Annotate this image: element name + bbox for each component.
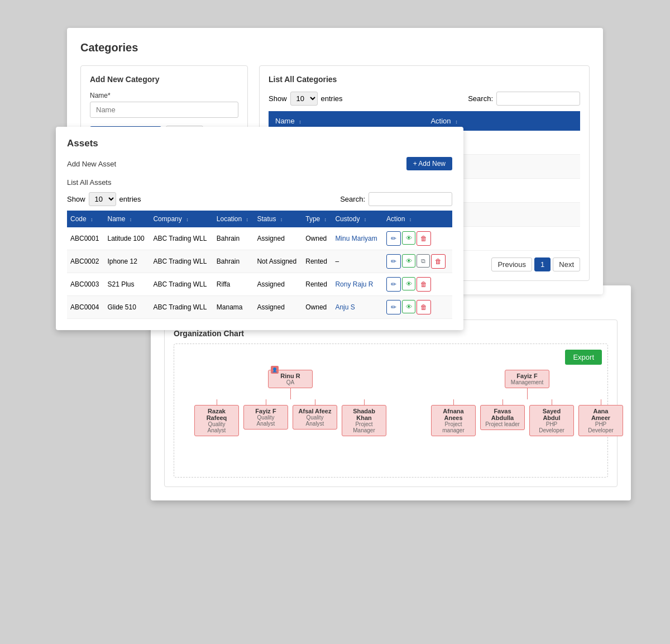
custody-link[interactable]: Minu Mariyam bbox=[335, 235, 377, 242]
node-name: Rinu R bbox=[273, 373, 308, 379]
asset-code: ABC0004 bbox=[67, 296, 104, 319]
asset-name: Iphone 12 bbox=[104, 250, 150, 273]
search-input[interactable] bbox=[496, 92, 580, 106]
asset-name: S21 Plus bbox=[104, 273, 150, 296]
asset-company: ABC Trading WLL bbox=[150, 227, 213, 250]
assets-action-cell: ✏ 👁 🗑 bbox=[386, 277, 449, 292]
assets-action-cell: ✏ 👁 🗑 bbox=[386, 300, 449, 314]
node-role: PHP Developer bbox=[583, 421, 618, 433]
asset-name: Latitude 100 bbox=[104, 227, 150, 250]
assets-card: Assets Add New Asset + Add New List All … bbox=[56, 127, 463, 330]
name-input[interactable] bbox=[90, 102, 238, 118]
assets-table: Code ↕ Name ↕ Company ↕ Location ↕ Statu… bbox=[67, 211, 452, 319]
org-node-fayiz: Fayiz F Management bbox=[505, 370, 549, 388]
delete-button[interactable]: 🗑 bbox=[417, 231, 431, 246]
node-name: Aana Ameer bbox=[583, 408, 618, 421]
page-1-button[interactable]: 1 bbox=[534, 257, 551, 271]
assets-action-cell: ✏ 👁 ⧉ 🗑 bbox=[386, 254, 449, 269]
edit-button[interactable]: ✏ bbox=[386, 254, 401, 269]
asset-type: Owned bbox=[302, 296, 332, 319]
custody-link[interactable]: Anju S bbox=[335, 303, 355, 311]
col-company: Company ↕ bbox=[150, 211, 213, 227]
name-label: Name* bbox=[90, 92, 238, 99]
edit-button[interactable]: ✏ bbox=[386, 300, 401, 314]
node-name: Shadab Khan bbox=[347, 408, 381, 421]
assets-entries-select[interactable]: 10 25 50 bbox=[89, 192, 116, 206]
node-role: QA bbox=[273, 379, 308, 385]
custody-link[interactable]: Rony Raju R bbox=[335, 280, 373, 288]
sort-arrows-name: ↕ bbox=[299, 119, 302, 125]
asset-location: Bahrain bbox=[213, 250, 254, 273]
asset-type: Rented bbox=[302, 273, 332, 296]
asset-company: ABC Trading WLL bbox=[150, 296, 213, 319]
node-name: Fayiz F bbox=[248, 408, 283, 414]
add-new-asset-button[interactable]: + Add New bbox=[406, 157, 452, 170]
col-code: Code ↕ bbox=[67, 211, 104, 227]
entries-select[interactable]: 10 25 50 bbox=[290, 92, 318, 106]
node-role: Management bbox=[510, 379, 544, 385]
org-node-rinu: 👤 Rinu R QA bbox=[268, 370, 313, 388]
view-button[interactable]: 👁 bbox=[402, 231, 415, 245]
assets-table-controls: Show 10 25 50 entries Search: bbox=[67, 192, 452, 206]
asset-location: Bahrain bbox=[213, 227, 254, 250]
add-asset-label: Add New Asset bbox=[67, 160, 116, 168]
col-location: Location ↕ bbox=[213, 211, 254, 227]
assets-add-row: Add New Asset + Add New bbox=[67, 157, 452, 170]
table-row: ABC0003 S21 Plus ABC Trading WLL Riffa A… bbox=[67, 273, 452, 296]
prev-button[interactable]: Previous bbox=[491, 257, 532, 271]
org-node-child: Shadab Khan Project Manager bbox=[342, 405, 386, 436]
col-type: Type ↕ bbox=[302, 211, 332, 227]
node-name: Sayed Abdul bbox=[534, 408, 569, 421]
node-name: Fayiz F bbox=[510, 373, 544, 379]
delete-button[interactable]: 🗑 bbox=[417, 277, 431, 292]
org-inner: Organization Chart Export 👤 Rinu R QA bbox=[164, 319, 618, 487]
asset-location: Manama bbox=[213, 296, 254, 319]
asset-custody: Anju S bbox=[332, 296, 383, 319]
col-custody: Custody ↕ bbox=[332, 211, 383, 227]
asset-status: Assigned bbox=[253, 227, 302, 250]
list-title: List All Categories bbox=[269, 75, 580, 84]
asset-code: ABC0002 bbox=[67, 250, 104, 273]
asset-custody: Rony Raju R bbox=[332, 273, 383, 296]
org-node-child: Fayiz F Quality Analyst bbox=[243, 405, 288, 430]
col-status: Status ↕ bbox=[253, 211, 302, 227]
asset-type: Owned bbox=[302, 227, 332, 250]
delete-button[interactable]: 🗑 bbox=[431, 254, 446, 269]
node-role: Project manager bbox=[436, 421, 471, 433]
next-button[interactable]: Next bbox=[553, 257, 580, 271]
org-node-child: Sayed Abdul PHP Developer bbox=[529, 405, 574, 436]
assets-search-box: Search: bbox=[340, 192, 452, 206]
assets-action-cell: ✏ 👁 🗑 bbox=[386, 231, 449, 246]
edit-button[interactable]: ✏ bbox=[386, 231, 401, 246]
view-button[interactable]: 👁 bbox=[402, 300, 415, 313]
node-name: Afnana Anees bbox=[436, 408, 471, 421]
node-name: Afsal Afeez bbox=[298, 408, 332, 414]
node-role: Quality Analyst bbox=[298, 414, 332, 427]
node-role: Quality Analyst bbox=[248, 414, 283, 427]
asset-location: Riffa bbox=[213, 273, 254, 296]
org-chart-area: Export 👤 Rinu R QA bbox=[174, 344, 608, 478]
view-button[interactable]: 👁 bbox=[402, 254, 415, 268]
col-name: Name ↕ bbox=[104, 211, 150, 227]
node-name: Razak Rafeeq bbox=[199, 408, 234, 421]
sort-arrows-action: ↕ bbox=[455, 119, 458, 125]
node-role: Project leader bbox=[485, 421, 520, 427]
assets-search-input[interactable] bbox=[368, 192, 452, 206]
table-row: ABC0001 Latitude 100 ABC Trading WLL Bah… bbox=[67, 227, 452, 250]
edit-button[interactable]: ✏ bbox=[386, 277, 401, 292]
org-node-child: Favas Abdulla Project leader bbox=[480, 405, 525, 430]
view-button[interactable]: 👁 bbox=[402, 277, 415, 290]
node-role: PHP Developer bbox=[534, 421, 569, 433]
asset-name: Glide 510 bbox=[104, 296, 150, 319]
delete-button[interactable]: 🗑 bbox=[417, 300, 431, 314]
categories-title: Categories bbox=[80, 41, 590, 54]
asset-custody: – bbox=[332, 250, 383, 273]
asset-custody: Minu Mariyam bbox=[332, 227, 383, 250]
node-role: Quality Analyst bbox=[199, 421, 234, 433]
asset-status: Not Assigned bbox=[253, 250, 302, 273]
export-button[interactable]: Export bbox=[565, 350, 602, 365]
show-entries: Show 10 25 50 entries bbox=[269, 92, 343, 106]
node-role: Project Manager bbox=[347, 421, 381, 433]
copy-button[interactable]: ⧉ bbox=[417, 254, 430, 268]
asset-code: ABC0003 bbox=[67, 273, 104, 296]
